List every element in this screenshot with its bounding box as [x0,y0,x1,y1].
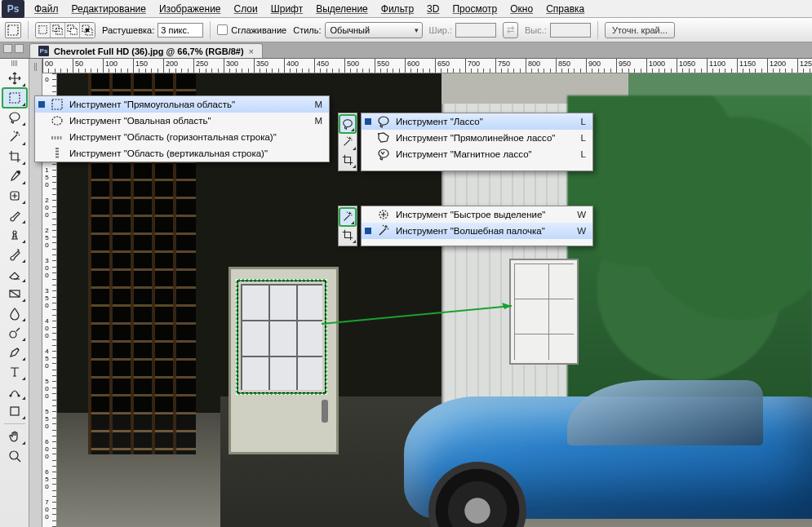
height-label: Выс.: [525,25,547,35]
wand-tool[interactable] [339,133,357,151]
antialias-label: Сглаживание [231,25,286,35]
flyout-label: Инструмент "Область (горизонтальная стро… [69,132,301,142]
flyout-item[interactable]: Инструмент "Прямолинейное лассо" L [362,130,592,146]
refine-edge-button[interactable]: Уточн. край... [605,22,675,38]
flyout-item[interactable]: Инструмент "Область (горизонтальная стро… [35,129,329,145]
type-tool[interactable] [2,362,27,382]
sel-sub-icon[interactable] [65,23,80,38]
lasso-tool[interactable] [339,115,356,133]
sel-add-icon[interactable] [51,23,65,38]
style-label: Стиль: [293,25,321,35]
crop-tool[interactable] [339,226,357,244]
wand-tool[interactable] [339,208,356,226]
heal-tool[interactable] [2,186,27,206]
car [355,364,812,527]
poly-lasso-icon [376,131,391,145]
menu-select[interactable]: Выделение [309,2,375,16]
separator [597,21,598,39]
flyout-item[interactable]: Инструмент "Прямоугольная область" M [35,96,329,113]
flyout-label: Инструмент "Прямоугольная область" [69,100,301,109]
flyout-item[interactable]: Инструмент "Лассо" L [362,113,592,130]
style-select[interactable]: Обычный [325,22,423,38]
zoom-tool[interactable] [2,446,27,466]
dodge-tool[interactable] [2,323,27,343]
flyout-item[interactable]: Инструмент "Область (вертикальная строка… [35,145,329,162]
doc-arrange-icon[interactable] [15,44,24,53]
flyout-shortcut: W [570,210,586,219]
selection-mode-group [35,22,95,38]
move-tool[interactable] [2,69,27,88]
menu-image[interactable]: Изображение [153,2,228,16]
svg-rect-17 [39,26,47,33]
toolbox-grip[interactable] [3,60,26,67]
flyout-item[interactable]: Инструмент "Быстрое выделение" W [362,206,592,223]
horizontal-ruler[interactable]: 0050100150200250300350400450500550600650… [42,59,812,73]
width-label: Шир.: [429,25,452,35]
swap-wh-icon: ⇄ [503,22,518,38]
gradient-tool[interactable] [2,284,27,303]
close-icon[interactable]: × [249,46,254,56]
flyout-shortcut: L [570,117,586,126]
current-tool-icon[interactable] [5,22,21,38]
width-input [455,23,496,38]
flyout-item[interactable]: Инструмент "Овальная область" M [35,113,329,129]
flyout-item[interactable]: Инструмент "Магнитное лассо" L [362,146,592,162]
flyout-shortcut: L [570,133,586,143]
history-brush-tool[interactable] [2,245,27,264]
menu-window[interactable]: Окно [504,2,539,16]
annotation-arrow [320,299,524,332]
flyout-shortcut: M [306,116,322,126]
flyout-label: Инструмент "Лассо" [396,117,565,126]
flyout-label: Инструмент "Прямолинейное лассо" [396,133,565,143]
eyedropper-tool[interactable] [2,166,27,186]
blur-tool[interactable] [2,303,27,323]
app-logo: Ps [2,0,24,18]
menu-edit[interactable]: Редактирование [65,2,153,16]
flyout-label: Инструмент "Область (вертикальная строка… [69,148,301,158]
height-input [550,23,591,38]
shape-tool[interactable] [2,401,27,421]
menu-type[interactable]: Шрифт [264,2,309,16]
flyout-item[interactable]: Инструмент "Волшебная палочка" W [362,223,592,239]
lasso-tool[interactable] [2,108,27,127]
separator [210,21,211,39]
menu-3d[interactable]: 3D [420,2,446,16]
menu-layers[interactable]: Слои [228,2,264,16]
sel-int-icon[interactable] [80,23,95,38]
antialias-checkbox[interactable] [217,24,228,35]
pen-tool[interactable] [2,343,27,362]
svg-rect-24 [86,29,89,32]
menu-filter[interactable]: Фильтр [375,2,420,16]
wand-tool[interactable] [2,127,27,147]
brush-tool[interactable] [2,206,27,225]
crop-tool[interactable] [339,151,357,169]
hand-tool[interactable] [2,427,27,446]
svg-rect-21 [71,29,78,35]
lasso-icon [376,114,391,129]
document-tab[interactable]: Ps Chevrolet Full HD (36).jpg @ 66,7% (R… [29,43,263,58]
ps-file-icon: Ps [38,46,49,56]
toolbox [0,59,29,527]
crop-tool[interactable] [2,147,27,166]
menu-help[interactable]: Справка [539,2,591,16]
marquee-tool[interactable] [2,88,27,108]
stamp-tool[interactable] [2,225,27,245]
menu-view[interactable]: Просмотр [446,2,504,16]
flyout-label: Инструмент "Волшебная палочка" [396,226,565,236]
mini-toolbox [338,206,357,246]
menu-file[interactable]: Файл [28,2,65,16]
selected-dot-icon [38,101,45,108]
marquee-flyout: Инструмент "Прямоугольная область" M Инс… [34,95,330,162]
selected-dot-icon [365,118,371,125]
lasso-group: Инструмент "Лассо" L Инструмент "Прямоли… [338,113,593,171]
door [229,267,339,454]
quick-select-icon [376,207,391,222]
options-bar: Растушевка: Сглаживание Стиль: Обычный Ш… [0,18,812,42]
sel-new-icon[interactable] [36,23,51,38]
path-sel-tool[interactable] [2,382,27,401]
doc-arrange-icon[interactable] [3,44,12,53]
feather-input[interactable] [158,23,203,38]
flyout-label: Инструмент "Магнитное лассо" [396,149,565,159]
eraser-tool[interactable] [2,264,27,284]
wand-group: Инструмент "Быстрое выделение" W Инструм… [338,206,593,246]
